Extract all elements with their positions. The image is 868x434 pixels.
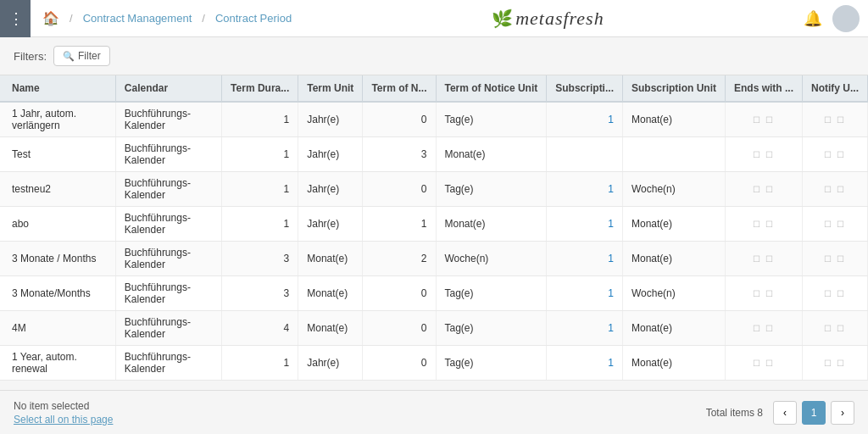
table-cell: Buchführungs-Kalender (115, 346, 221, 381)
table-cell: 1 (547, 242, 623, 276)
page-next-button[interactable]: › (831, 401, 854, 425)
table-cell: ☐ ☐ (802, 311, 867, 346)
col-subscription-unit[interactable]: Subscription Unit (622, 75, 725, 102)
table-row[interactable]: aboBuchführungs-Kalender1Jahr(e)1Monat(e… (0, 207, 868, 242)
menu-button[interactable]: ⋮ (0, 0, 31, 37)
filter-btn-label: Filter (78, 50, 101, 62)
table-cell: Tag(e) (436, 346, 547, 381)
filter-button[interactable]: 🔍 Filter (53, 46, 110, 66)
table-row[interactable]: 4MBuchführungs-Kalender4Monat(e)0Tag(e)1… (0, 311, 868, 346)
logo-text: metasfresh (515, 8, 604, 30)
table-cell: Test (0, 137, 115, 172)
table-cell: ☐ ☐ (725, 207, 802, 242)
search-icon: 🔍 (63, 51, 75, 62)
table-cell: Monat(e) (622, 242, 725, 276)
col-term-of-notice[interactable]: Term of N... (363, 75, 436, 102)
breadcrumb-contract-period[interactable]: Contract Period (215, 12, 292, 25)
table-cell: Buchführungs-Kalender (115, 102, 221, 137)
table-cell: 1 (363, 207, 436, 242)
breadcrumb-sep-1: / (70, 12, 73, 25)
col-calendar[interactable]: Calendar (115, 75, 221, 102)
table-cell: 3 (222, 242, 298, 276)
table-row[interactable]: TestBuchführungs-Kalender1Jahr(e)3Monat(… (0, 137, 868, 172)
col-ends-with[interactable]: Ends with ... (725, 75, 802, 102)
avatar[interactable] (832, 5, 860, 32)
table-cell: Tag(e) (436, 172, 547, 207)
table-cell: Buchführungs-Kalender (115, 137, 221, 172)
col-subscription[interactable]: Subscripti... (547, 75, 623, 102)
table-cell: Monat(e) (622, 311, 725, 346)
bell-icon[interactable]: 🔔 (804, 9, 822, 28)
table-cell: 1 Jahr, autom. verlängern (0, 102, 115, 137)
table-cell: Buchführungs-Kalender (115, 276, 221, 311)
table-cell: Buchführungs-Kalender (115, 242, 221, 276)
table-cell: 1 (547, 207, 623, 242)
breadcrumb-sep-2: / (202, 12, 205, 25)
table-cell (622, 137, 725, 172)
table-cell: ☐ ☐ (802, 137, 867, 172)
col-notify-u[interactable]: Notify U... (802, 75, 867, 102)
table-cell: Woche(n) (436, 242, 547, 276)
table-cell: Monat(e) (622, 102, 725, 137)
table-cell: 1 (222, 137, 298, 172)
table-cell: ☐ ☐ (725, 311, 802, 346)
table-cell: 3 Monate/Months (0, 276, 115, 311)
col-term-notice-unit[interactable]: Term of Notice Unit (436, 75, 547, 102)
table-cell: ☐ ☐ (802, 346, 867, 381)
table-cell: 3 Monate / Months (0, 242, 115, 276)
table-cell: Monat(e) (622, 346, 725, 381)
breadcrumb-contract-management[interactable]: Contract Management (83, 12, 192, 25)
table-cell: Jahr(e) (298, 207, 363, 242)
table-cell: 1 (547, 346, 623, 381)
table-cell: Monat(e) (298, 276, 363, 311)
table-cell: testneu2 (0, 172, 115, 207)
table-cell: Buchführungs-Kalender (115, 172, 221, 207)
menu-icon: ⋮ (8, 9, 22, 28)
bottom-left: No item selected Select all on this page (14, 400, 113, 426)
page-prev-button[interactable]: ‹ (773, 401, 797, 425)
col-name[interactable]: Name (0, 75, 115, 102)
table-cell: Monat(e) (436, 137, 547, 172)
table-cell: Jahr(e) (298, 137, 363, 172)
select-all-link[interactable]: Select all on this page (14, 414, 113, 426)
table-cell: 0 (363, 346, 436, 381)
table-cell: ☐ ☐ (725, 242, 802, 276)
table-cell: 1 (222, 172, 298, 207)
col-term-unit[interactable]: Term Unit (298, 75, 363, 102)
table-row[interactable]: 3 Monate/MonthsBuchführungs-Kalender3Mon… (0, 276, 868, 311)
topbar-icons: 🔔 (804, 5, 860, 32)
table-cell: ☐ ☐ (802, 172, 867, 207)
table-cell: 1 (547, 311, 623, 346)
table-cell: Monat(e) (622, 207, 725, 242)
table-cell: abo (0, 207, 115, 242)
col-term-duration[interactable]: Term Dura... (222, 75, 298, 102)
table-cell: 1 (547, 276, 623, 311)
bottom-bar: No item selected Select all on this page… (0, 390, 868, 434)
table-cell: Jahr(e) (298, 346, 363, 381)
table-cell: Buchführungs-Kalender (115, 311, 221, 346)
table-header-row: Name Calendar Term Dura... Term Unit Ter… (0, 75, 868, 102)
filters-bar: Filters: 🔍 Filter (0, 37, 868, 75)
page-current-button[interactable]: 1 (802, 401, 826, 425)
table-cell: ☐ ☐ (802, 102, 867, 137)
table-cell: 0 (363, 311, 436, 346)
total-items: Total items 8 (706, 407, 763, 419)
table-cell: 0 (363, 172, 436, 207)
table-cell: 1 (222, 207, 298, 242)
table-row[interactable]: 3 Monate / MonthsBuchführungs-Kalender3M… (0, 242, 868, 276)
table-cell: Buchführungs-Kalender (115, 207, 221, 242)
logo: 🌿 metasfresh (298, 8, 797, 30)
home-icon[interactable]: 🏠 (42, 10, 59, 26)
table-cell: Woche(n) (622, 172, 725, 207)
table-cell: 0 (363, 276, 436, 311)
table-row[interactable]: 1 Year, autom. renewalBuchführungs-Kalen… (0, 346, 868, 381)
table-cell: ☐ ☐ (802, 207, 867, 242)
table-cell: 1 (222, 102, 298, 137)
table-cell: ☐ ☐ (725, 137, 802, 172)
table-cell: ☐ ☐ (802, 276, 867, 311)
table-row[interactable]: 1 Jahr, autom. verlängernBuchführungs-Ka… (0, 102, 868, 137)
table-container: Name Calendar Term Dura... Term Unit Ter… (0, 75, 868, 390)
logo-leaf-icon: 🌿 (492, 8, 513, 29)
table-cell: 4M (0, 311, 115, 346)
table-row[interactable]: testneu2Buchführungs-Kalender1Jahr(e)0Ta… (0, 172, 868, 207)
